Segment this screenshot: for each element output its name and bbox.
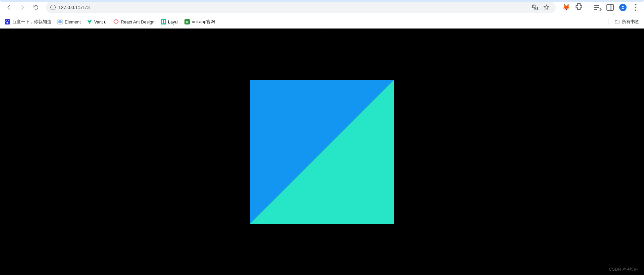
bookmarks-bar: 百度一下，你就知道 Element Vant ui React Ant Desi…: [0, 15, 644, 29]
url-port: :5173: [78, 5, 90, 10]
rendered-square: [250, 80, 394, 224]
bookmark-baidu[interactable]: 百度一下，你就知道: [5, 19, 51, 25]
extension-metamask-icon[interactable]: 🦊: [561, 2, 571, 12]
favicon-element-icon: [57, 19, 63, 24]
bookmark-vant[interactable]: Vant ui: [87, 19, 108, 24]
bookmark-label: Layui: [168, 19, 178, 24]
watermark-text: CSDN @-耿瑞-: [609, 267, 638, 272]
toolbar-right-actions: 🦊: [560, 2, 641, 12]
box-axis-y-line: [322, 80, 322, 152]
bookmark-label: Element: [65, 19, 81, 24]
site-info-icon[interactable]: i: [50, 5, 56, 10]
favicon-antd-icon: [113, 19, 119, 24]
profile-avatar[interactable]: [618, 2, 628, 12]
bookmark-antd[interactable]: React Ant Design: [113, 19, 154, 24]
forward-button[interactable]: [17, 2, 28, 13]
folder-icon: [614, 19, 620, 24]
reload-button[interactable]: [30, 2, 42, 13]
favicon-vant-icon: [87, 19, 92, 24]
side-panel-icon[interactable]: [605, 2, 615, 12]
svg-point-9: [116, 21, 117, 22]
svg-point-5: [635, 4, 637, 5]
chrome-menu-icon[interactable]: [631, 2, 641, 12]
back-button[interactable]: [3, 2, 15, 13]
extensions-icon[interactable]: [574, 2, 584, 12]
bookmark-uniapp[interactable]: U uni-app官网: [184, 19, 215, 25]
page-viewport: CSDN @-耿瑞-: [0, 29, 644, 275]
box-axis-x-line: [322, 152, 394, 152]
reload-icon: [33, 4, 39, 10]
bookmark-star-icon[interactable]: [543, 4, 550, 11]
svg-point-7: [635, 10, 637, 11]
url-host: 127.0.0.1: [58, 5, 78, 10]
omnibox-actions: [532, 4, 551, 11]
translate-icon[interactable]: [532, 4, 538, 11]
bookmark-label: Vant ui: [94, 19, 108, 24]
bookmark-label: uni-app官网: [192, 19, 215, 25]
url-text: 127.0.0.1:5173: [58, 5, 529, 10]
favicon-baidu-icon: [5, 19, 10, 24]
all-bookmarks-label: 所有书签: [622, 19, 639, 25]
arrow-right-icon: [19, 4, 25, 10]
bookmark-label: React Ant Design: [121, 19, 154, 24]
bookmark-element[interactable]: Element: [57, 19, 81, 24]
bookmarks-divider: [608, 18, 608, 25]
bookmark-label: 百度一下，你就知道: [12, 19, 51, 25]
svg-rect-2: [607, 4, 613, 10]
media-control-icon[interactable]: [592, 2, 602, 12]
favicon-layui-icon: [161, 19, 166, 24]
address-bar[interactable]: i 127.0.0.1:5173: [46, 2, 556, 13]
browser-toolbar: i 127.0.0.1:5173 🦊: [0, 0, 644, 15]
all-bookmarks-button[interactable]: 所有书签: [614, 19, 639, 25]
bookmark-layui[interactable]: Layui: [161, 19, 178, 24]
arrow-left-icon: [6, 4, 12, 10]
toolbar-divider: [588, 4, 588, 11]
svg-point-6: [635, 7, 637, 8]
svg-point-4: [622, 6, 624, 7]
favicon-uniapp-icon: U: [184, 19, 190, 24]
svg-rect-10: [161, 19, 166, 24]
